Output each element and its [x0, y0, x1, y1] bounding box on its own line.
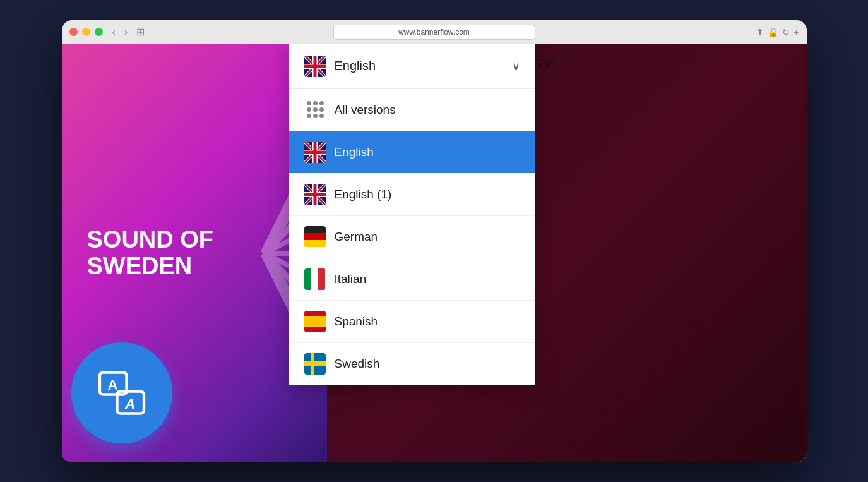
close-button[interactable]: [69, 28, 78, 36]
browser-window: ‹ › ⊞ www.bannerflow.com ⬆ 🔒 ↻ + SOUND o…: [62, 20, 807, 462]
all-versions-icon: [304, 99, 326, 121]
translate-bubble[interactable]: A A: [71, 342, 172, 443]
swedish-flag: [304, 353, 326, 375]
italian-label: Italian: [335, 272, 367, 286]
dropdown-menu: All versions English: [289, 89, 535, 385]
maximize-button[interactable]: [95, 28, 103, 36]
window-chrome: ‹ › ⊞ www.bannerflow.com ⬆ 🔒 ↻ +: [62, 20, 807, 44]
spanish-label: Spanish: [335, 315, 378, 328]
all-versions-label: All versions: [335, 103, 396, 117]
menu-item-english[interactable]: English: [289, 131, 535, 174]
nav-buttons: ‹ › ⊞: [109, 25, 148, 39]
selected-flag: [304, 56, 326, 77]
menu-item-german[interactable]: German: [289, 216, 535, 258]
layout-button[interactable]: ⊞: [133, 25, 148, 39]
english-1-label: English (1): [335, 188, 392, 202]
english-label: English: [335, 145, 374, 159]
forward-button[interactable]: ›: [121, 25, 131, 39]
german-flag: [304, 226, 326, 248]
minimize-button[interactable]: [82, 28, 90, 36]
german-label: German: [335, 230, 378, 244]
swedish-label: Swedish: [335, 357, 380, 371]
menu-item-swedish[interactable]: Swedish: [289, 343, 535, 385]
translate-icon: A A: [97, 368, 147, 418]
banner-text: SOUND of SWEDEN: [87, 227, 214, 280]
cursor-hand: ☞: [538, 54, 554, 75]
language-dropdown[interactable]: English ∨ ☞ All versions: [289, 44, 535, 385]
menu-item-spanish[interactable]: Spanish: [289, 301, 535, 343]
menu-item-english-1[interactable]: English (1): [289, 174, 535, 216]
lock-icon: 🔒: [768, 27, 778, 37]
plus-icon[interactable]: +: [794, 27, 799, 37]
window-controls: ⬆ 🔒 ↻ +: [756, 27, 799, 37]
english-1-flag: [304, 184, 326, 205]
url-text: www.bannerflow.com: [398, 28, 470, 37]
traffic-lights: [69, 28, 103, 36]
italian-flag: [304, 268, 326, 290]
spanish-flag: [304, 311, 326, 332]
share-icon[interactable]: ⬆: [756, 27, 764, 37]
svg-text:A: A: [107, 377, 117, 393]
menu-item-all-versions[interactable]: All versions: [289, 89, 535, 131]
english-flag: [304, 142, 326, 163]
address-bar[interactable]: www.bannerflow.com: [333, 25, 535, 40]
content-area: SOUND of SWEDEN: [62, 44, 807, 462]
chevron-down-icon: ∨: [512, 59, 520, 73]
selected-language-label: English: [335, 59, 512, 73]
menu-item-italian[interactable]: Italian: [289, 258, 535, 301]
back-button[interactable]: ‹: [109, 25, 119, 39]
refresh-icon[interactable]: ↻: [782, 27, 790, 37]
svg-text:A: A: [124, 396, 135, 412]
dropdown-header[interactable]: English ∨ ☞: [289, 44, 535, 89]
